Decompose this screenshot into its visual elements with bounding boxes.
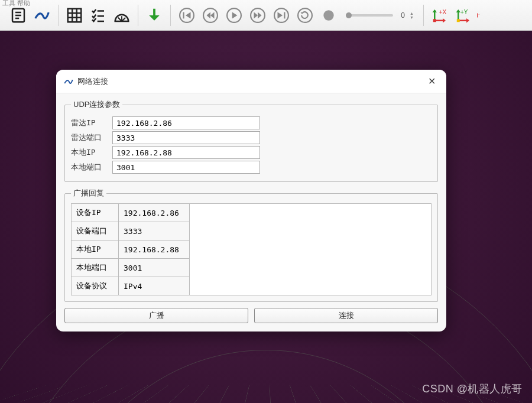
broadcast-reply-group: 广播回复 设备IP 192.168.2.86 设备端口 3333 本地IP 19… xyxy=(64,188,438,302)
refresh-icon[interactable] xyxy=(294,4,316,27)
skip-back-icon[interactable] xyxy=(176,4,198,27)
svg-rect-27 xyxy=(433,19,436,22)
table-row: 设备IP 192.168.2.86 xyxy=(72,204,432,222)
radar-ip-input[interactable] xyxy=(112,116,260,129)
svg-rect-16 xyxy=(183,12,184,18)
logo-swoosh-icon[interactable] xyxy=(31,4,53,27)
playback-slider[interactable] xyxy=(346,14,393,17)
radar-port-label: 雷达端口 xyxy=(71,132,112,143)
checklist-icon[interactable] xyxy=(87,4,109,27)
watermark: CSDN @机器人虎哥 xyxy=(422,382,523,396)
svg-text:+Y: +Y xyxy=(460,8,468,15)
dialog-buttons: 广播 连接 xyxy=(64,308,438,323)
play-icon[interactable] xyxy=(223,4,245,27)
download-icon[interactable] xyxy=(143,4,166,27)
axis-x-icon[interactable]: +X xyxy=(429,4,451,27)
local-port-label: 本地端口 xyxy=(71,162,112,173)
toolbar-group-axes: +X +Y + xyxy=(425,0,486,30)
radar-port-input[interactable] xyxy=(112,131,260,144)
dialog-titlebar[interactable]: 网络连接 ✕ xyxy=(56,70,446,93)
close-icon[interactable]: ✕ xyxy=(424,74,439,88)
udp-legend: UDP连接参数 xyxy=(71,99,122,110)
local-port-input[interactable] xyxy=(112,161,260,174)
network-dialog: 网络连接 ✕ UDP连接参数 雷达IP 雷达端口 本地IP 本地端口 广播 xyxy=(56,70,446,332)
cell-value: 3001 xyxy=(119,259,190,277)
svg-point-23 xyxy=(323,10,333,20)
dialog-body: UDP连接参数 雷达IP 雷达端口 本地IP 本地端口 广播回复 xyxy=(56,93,446,332)
axis-extra-icon[interactable]: + xyxy=(476,4,483,27)
playback-slider-wrap: 0 ▲▼ xyxy=(341,11,419,20)
fast-forward-icon[interactable] xyxy=(246,4,269,27)
reply-table: 设备IP 192.168.2.86 设备端口 3333 本地IP 192.168… xyxy=(71,203,432,295)
toolbar-separator xyxy=(58,5,59,26)
broadcast-button[interactable]: 广播 xyxy=(64,308,248,323)
cell-value: 192.168.2.86 xyxy=(119,204,190,222)
menu-remnant: 工具 帮助 xyxy=(2,0,30,8)
protractor-icon[interactable] xyxy=(111,4,133,27)
rewind-icon[interactable] xyxy=(199,4,222,27)
cell-value: 3333 xyxy=(119,222,190,240)
local-ip-label: 本地IP xyxy=(71,147,112,158)
cell-label: 设备IP xyxy=(72,204,119,222)
cell-label: 本地IP xyxy=(72,240,119,259)
toolbar-group-download xyxy=(140,0,169,30)
main-toolbar: 工具 帮助 0 xyxy=(0,0,532,31)
svg-text:+X: +X xyxy=(439,8,447,15)
dialog-title: 网络连接 xyxy=(77,76,424,87)
dialog-logo-icon xyxy=(63,76,74,87)
slider-value: 0 xyxy=(397,11,405,20)
skip-forward-icon[interactable] xyxy=(270,4,293,27)
slider-stepper[interactable]: ▲▼ xyxy=(410,11,414,20)
svg-point-22 xyxy=(298,8,312,22)
radar-ip-label: 雷达IP xyxy=(71,118,112,128)
udp-params-group: UDP连接参数 雷达IP 雷达端口 本地IP 本地端口 xyxy=(64,99,438,182)
toolbar-separator xyxy=(138,5,138,26)
svg-rect-31 xyxy=(457,19,460,22)
axis-y-icon[interactable]: +Y xyxy=(452,4,475,27)
cell-label: 设备端口 xyxy=(72,222,119,240)
toolbar-separator xyxy=(170,5,171,26)
connect-button[interactable]: 连接 xyxy=(254,308,438,323)
cell-value: IPv4 xyxy=(119,277,190,295)
svg-text:+: + xyxy=(478,12,480,15)
svg-rect-4 xyxy=(68,8,82,22)
cell-value: 192.168.2.88 xyxy=(119,240,190,259)
toolbar-group-media: 0 ▲▼ xyxy=(172,0,422,30)
reply-legend: 广播回复 xyxy=(71,188,106,199)
toolbar-group-view xyxy=(60,0,137,30)
cell-empty xyxy=(190,204,432,295)
cell-label: 本地端口 xyxy=(72,259,119,277)
record-icon[interactable] xyxy=(317,4,340,27)
svg-rect-21 xyxy=(284,12,285,18)
cell-label: 设备协议 xyxy=(72,277,119,295)
grid-icon[interactable] xyxy=(63,4,86,27)
toolbar-separator xyxy=(423,5,424,26)
local-ip-input[interactable] xyxy=(112,146,260,159)
